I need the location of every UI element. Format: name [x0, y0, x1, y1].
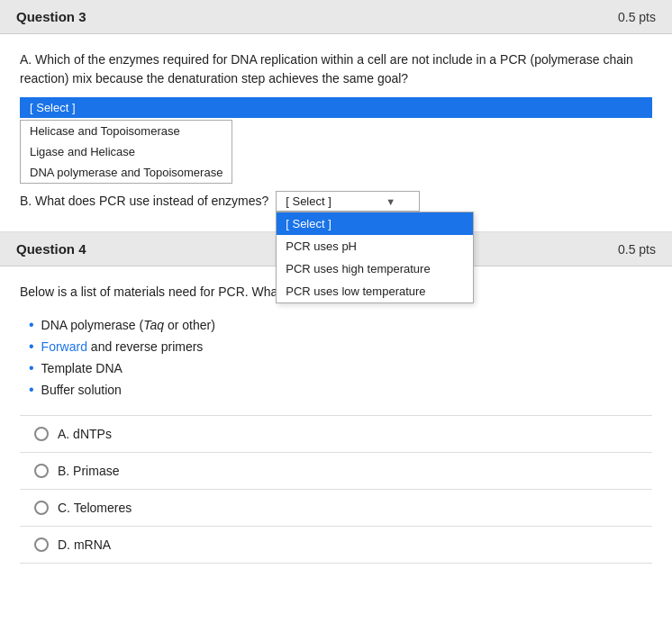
radio-label-c: C. Telomeres: [58, 501, 132, 515]
option-helicase-topoisomerase[interactable]: Helicase and Topoisomerase: [21, 121, 232, 141]
dropdown-option-ph[interactable]: PCR uses pH: [277, 235, 473, 257]
forward-blue: Forward: [41, 339, 87, 354]
list-item-dna-polymerase: DNA polymerase (Taq or other): [29, 314, 652, 336]
question3-pts: 0.5 pts: [618, 10, 656, 24]
dropdown-option-high-temp[interactable]: PCR uses high temperature: [277, 257, 473, 280]
question3-partA-select-area: [ Select ] Helicase and Topoisomerase Li…: [20, 97, 652, 184]
radio-label-d: D. mRNA: [58, 537, 111, 552]
list-item-template-dna: Template DNA: [29, 357, 652, 379]
question3-partA-options: Helicase and Topoisomerase Ligase and He…: [20, 120, 232, 184]
dropdown-option-select[interactable]: [ Select ]: [277, 212, 473, 235]
question3-partB-row: B. What does PCR use instead of enzymes?…: [20, 191, 652, 212]
question3-partA-select[interactable]: [ Select ]: [20, 97, 652, 118]
radio-option-mrna[interactable]: D. mRNA: [20, 527, 652, 564]
question3-partA-text: A. Which of the enzymes required for DNA…: [20, 50, 652, 88]
radio-option-primase[interactable]: B. Primase: [20, 453, 652, 490]
question3-partB-select[interactable]: [ Select ] ▼: [276, 191, 420, 212]
question3-partB-text: B. What does PCR use instead of enzymes?: [20, 191, 268, 208]
question3-partB-select-area: [ Select ] ▼ [ Select ] PCR uses pH PCR …: [276, 191, 420, 212]
question3-partB-dropdown: [ Select ] PCR uses pH PCR uses high tem…: [276, 212, 474, 303]
question3-header: Question 3 0.5 pts: [0, 0, 672, 34]
radio-circle-d: [34, 537, 49, 552]
radio-label-a: A. dNTPs: [58, 427, 112, 441]
option-ligase-helicase[interactable]: Ligase and Helicase: [21, 141, 232, 162]
question4-pts: 0.5 pts: [618, 242, 656, 257]
taq-italic: Taq: [143, 318, 164, 332]
radio-option-telomeres[interactable]: C. Telomeres: [20, 490, 652, 527]
radio-options: A. dNTPs B. Primase C. Telomeres D. mRNA: [20, 415, 652, 564]
radio-label-b: B. Primase: [58, 464, 119, 478]
radio-circle-c: [34, 501, 49, 515]
list-item-buffer: Buffer solution: [29, 379, 652, 401]
question3-body: A. Which of the enzymes required for DNA…: [0, 34, 672, 231]
question3-title: Question 3: [16, 9, 86, 24]
question4-body: Below is a list of materials need for PC…: [0, 266, 672, 583]
option-dna-topoisomerase[interactable]: DNA polymerase and Topoisomerase: [21, 162, 232, 183]
radio-circle-b: [34, 464, 49, 478]
dropdown-option-low-temp[interactable]: PCR uses low temperature: [277, 280, 473, 302]
question4-title: Question 4: [16, 241, 86, 257]
list-item-primers: Forward and reverse primers: [29, 336, 652, 357]
radio-circle-a: [34, 427, 49, 441]
radio-option-dntps[interactable]: A. dNTPs: [20, 416, 652, 453]
materials-list: DNA polymerase (Taq or other) Forward an…: [20, 314, 652, 401]
dropdown-arrow-icon: ▼: [386, 196, 395, 207]
